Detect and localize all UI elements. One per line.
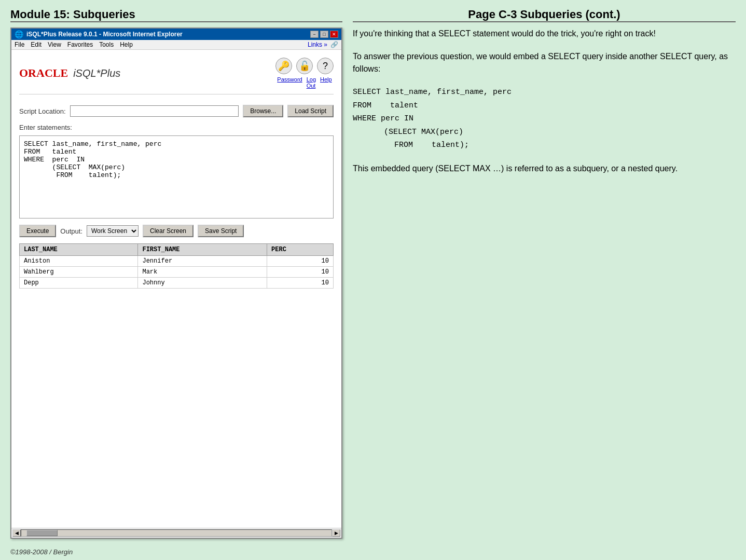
menu-favorites[interactable]: Favorites — [67, 41, 93, 48]
header-icons-top: 🔑 🔓 ? — [275, 58, 334, 74]
script-location-row: Script Location: Browse... Load Script — [19, 105, 334, 117]
col-last-name: LAST_NAME — [20, 244, 138, 256]
browser-icon: 🌐 — [15, 30, 23, 38]
enter-statements-label: Enter statements: — [19, 124, 334, 131]
close-button[interactable]: ✕ — [330, 31, 338, 38]
isqlplus-header: ORACLE iSQL*Plus 🔑 🔓 ? Password LogOut H… — [19, 58, 334, 94]
browser-scrollbar: ◀ ▶ — [11, 528, 341, 538]
code-line2: FROM talent — [353, 99, 736, 113]
cell-perc-2: 10 — [267, 267, 334, 278]
help-label[interactable]: Help — [320, 76, 332, 89]
menu-file[interactable]: File — [15, 41, 24, 48]
left-heading: Module 15: Subqueries — [10, 5, 342, 22]
right-paragraph1: If you're thinking that a SELECT stateme… — [353, 28, 736, 40]
menu-help[interactable]: Help — [120, 41, 133, 48]
restore-button[interactable]: □ — [320, 31, 328, 38]
code-line1: SELECT last_name, first_name, perc — [353, 86, 736, 99]
scroll-left-arrow[interactable]: ◀ — [12, 529, 21, 537]
oracle-text: ORACLE — [19, 66, 68, 80]
scroll-right-arrow[interactable]: ▶ — [332, 529, 340, 537]
header-icons-labels: Password LogOut Help — [277, 76, 331, 89]
table-header-row: LAST_NAME FIRST_NAME PERC — [20, 244, 334, 256]
log-icon[interactable]: 🔓 — [296, 58, 313, 74]
cell-firstname-1: Jennifer — [138, 256, 267, 267]
right-code: SELECT last_name, first_name, perc FROM … — [353, 86, 736, 152]
results-table: LAST_NAME FIRST_NAME PERC Aniston Jennif… — [19, 243, 334, 289]
menu-view[interactable]: View — [48, 41, 61, 48]
col-perc: PERC — [267, 244, 334, 256]
browser-window: 🌐 iSQL*Plus Release 9.0.1 - Microsoft In… — [10, 28, 342, 539]
right-heading: Page C-3 Subqueries (cont.) — [353, 8, 736, 22]
cell-perc-1: 10 — [267, 256, 334, 267]
table-row: Wahlberg Mark 10 — [20, 267, 334, 278]
scrollbar-thumb[interactable] — [26, 530, 58, 536]
log-label[interactable]: LogOut — [307, 76, 316, 89]
menu-tools[interactable]: Tools — [99, 41, 114, 48]
cell-lastname-3: Depp — [20, 278, 138, 289]
load-script-button[interactable]: Load Script — [287, 105, 334, 117]
header-icons: 🔑 🔓 ? Password LogOut Help — [275, 58, 334, 89]
menu-links[interactable]: Links » 🔗 — [308, 41, 338, 48]
save-script-button[interactable]: Save Script — [198, 225, 244, 237]
col-first-name: FIRST_NAME — [138, 244, 267, 256]
code-line3: WHERE perc IN — [353, 112, 736, 126]
password-label[interactable]: Password — [277, 76, 302, 89]
cell-firstname-2: Mark — [138, 267, 267, 278]
menu-items: File Edit View Favorites Tools Help — [15, 41, 133, 48]
table-row: Aniston Jennifer 10 — [20, 256, 334, 267]
sql-textarea[interactable]: SELECT last_name, first_name, perc FROM … — [19, 135, 334, 218]
help-icon[interactable]: ? — [317, 58, 334, 74]
footer: ©1998-2008 / Bergin — [0, 544, 746, 560]
cell-firstname-3: Johnny — [138, 278, 267, 289]
right-panel: Page C-3 Subqueries (cont.) If you're th… — [353, 5, 736, 539]
browser-titlebar: 🌐 iSQL*Plus Release 9.0.1 - Microsoft In… — [11, 29, 341, 40]
execute-button[interactable]: Execute — [19, 225, 56, 237]
code-line4: (SELECT MAX(perc) — [353, 126, 736, 139]
cell-lastname-2: Wahlberg — [20, 267, 138, 278]
code-line5: FROM talent); — [353, 139, 736, 152]
browse-button[interactable]: Browse... — [243, 105, 283, 117]
output-select[interactable]: Work Screen File Printer — [87, 225, 139, 237]
cell-lastname-1: Aniston — [20, 256, 138, 267]
right-paragraph3: This embedded query (SELECT MAX …) is re… — [353, 162, 736, 175]
browser-content: ORACLE iSQL*Plus 🔑 🔓 ? Password LogOut H… — [11, 50, 341, 528]
isqlplus-text: iSQL*Plus — [73, 67, 120, 79]
password-icon[interactable]: 🔑 — [275, 58, 292, 74]
minimize-button[interactable]: − — [310, 31, 319, 38]
horizontal-scrollbar[interactable] — [21, 529, 332, 537]
cell-perc-3: 10 — [267, 278, 334, 289]
script-location-label: Script Location: — [19, 107, 66, 115]
script-location-input[interactable] — [70, 105, 239, 117]
menu-edit[interactable]: Edit — [31, 41, 42, 48]
titlebar-left: 🌐 iSQL*Plus Release 9.0.1 - Microsoft In… — [15, 30, 183, 38]
clear-screen-button[interactable]: Clear Screen — [143, 225, 194, 237]
execute-row: Execute Output: Work Screen File Printer… — [19, 225, 334, 237]
window-controls: − □ ✕ — [310, 31, 338, 38]
links-icon: 🔗 — [330, 41, 338, 48]
output-label: Output: — [60, 227, 82, 235]
links-text: Links » — [308, 41, 327, 48]
left-panel: Module 15: Subqueries 🌐 iSQL*Plus Releas… — [10, 5, 342, 539]
browser-title: iSQL*Plus Release 9.0.1 - Microsoft Inte… — [26, 31, 183, 38]
right-paragraph2: To answer the previous question, we woul… — [353, 50, 736, 75]
oracle-logo-area: ORACLE iSQL*Plus — [19, 66, 120, 80]
browser-menubar: File Edit View Favorites Tools Help Link… — [11, 40, 341, 50]
table-row: Depp Johnny 10 — [20, 278, 334, 289]
